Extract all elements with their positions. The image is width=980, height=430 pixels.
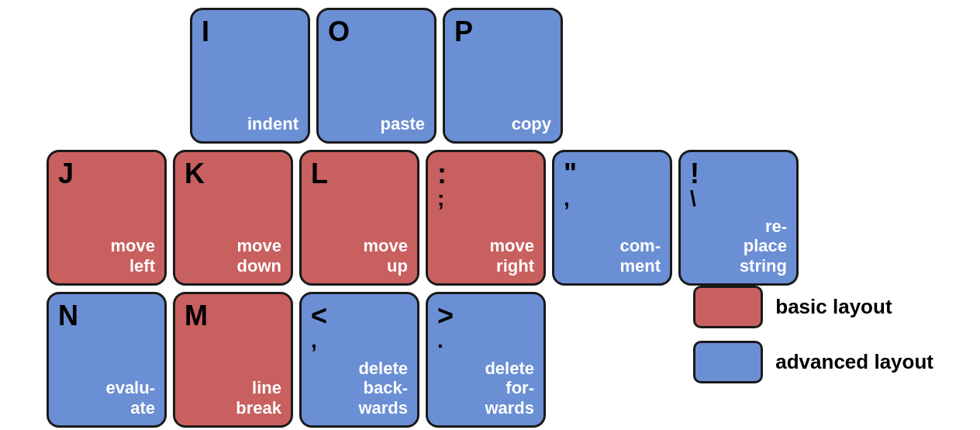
- key-label-line-break: line break: [236, 378, 281, 418]
- key-label-comment: com- ment: [619, 236, 661, 276]
- key-label-evaluate: evalu- ate: [105, 378, 155, 418]
- key-letter-gt-period: > .: [437, 302, 534, 352]
- legend: basic layout advanced layout: [693, 286, 933, 383]
- key-letter-L: L: [311, 160, 328, 188]
- key-letter-M: M: [185, 302, 208, 330]
- key-N[interactable]: N evalu- ate: [47, 292, 167, 428]
- legend-item-advanced: advanced layout: [693, 341, 933, 383]
- key-row-3: N evalu- ate M line break < , delete bac…: [47, 292, 799, 428]
- key-letter-K: K: [185, 160, 205, 188]
- key-I[interactable]: I indent: [190, 8, 310, 144]
- key-letter-P: P: [454, 18, 473, 46]
- key-L[interactable]: L move up: [299, 150, 419, 286]
- key-letter-lt-comma: < ,: [311, 302, 408, 352]
- key-label-move-up: move up: [364, 236, 408, 276]
- key-letter-exclaim-backslash: ! \: [690, 160, 787, 210]
- legend-label-advanced: advanced layout: [775, 350, 933, 374]
- key-label-replace-string: re- place string: [740, 217, 787, 276]
- key-letter-N: N: [58, 302, 78, 330]
- key-letter-quote-comma: " ,: [564, 160, 661, 210]
- legend-item-basic: basic layout: [693, 286, 933, 328]
- key-letter-J: J: [58, 160, 74, 188]
- key-greater-than[interactable]: > . delete for- wards: [426, 292, 546, 428]
- key-letter-colon-semi: : ;: [437, 160, 534, 210]
- keyboard-layout: I indent O paste P copy J move left K mo…: [47, 8, 799, 428]
- key-label-move-left: move left: [111, 236, 155, 276]
- key-label-copy: copy: [512, 114, 551, 134]
- key-label-paste: paste: [381, 114, 425, 134]
- key-label-delete-forwards: delete for- wards: [485, 359, 534, 418]
- legend-box-basic: [693, 286, 763, 328]
- key-exclaim[interactable]: ! \ re- place string: [678, 150, 799, 286]
- key-K[interactable]: K move down: [173, 150, 293, 286]
- key-J[interactable]: J move left: [47, 150, 167, 286]
- key-label-move-right: move right: [490, 236, 534, 276]
- key-row-1: I indent O paste P copy: [190, 8, 799, 144]
- key-O[interactable]: O paste: [316, 8, 437, 144]
- key-quote[interactable]: " , com- ment: [552, 150, 672, 286]
- key-row-2: J move left K move down L move up : ; mo…: [47, 150, 799, 286]
- key-less-than[interactable]: < , delete back- wards: [299, 292, 419, 428]
- key-label-delete-backwards: delete back- wards: [358, 359, 408, 418]
- key-semicolon[interactable]: : ; move right: [426, 150, 546, 286]
- key-letter-I: I: [202, 18, 209, 46]
- legend-label-basic: basic layout: [775, 295, 892, 319]
- key-label-move-down: move down: [237, 236, 281, 276]
- key-P[interactable]: P copy: [443, 8, 563, 144]
- key-label-indent: indent: [247, 114, 298, 134]
- legend-box-advanced: [693, 341, 763, 383]
- key-M[interactable]: M line break: [173, 292, 293, 428]
- key-letter-O: O: [328, 18, 350, 46]
